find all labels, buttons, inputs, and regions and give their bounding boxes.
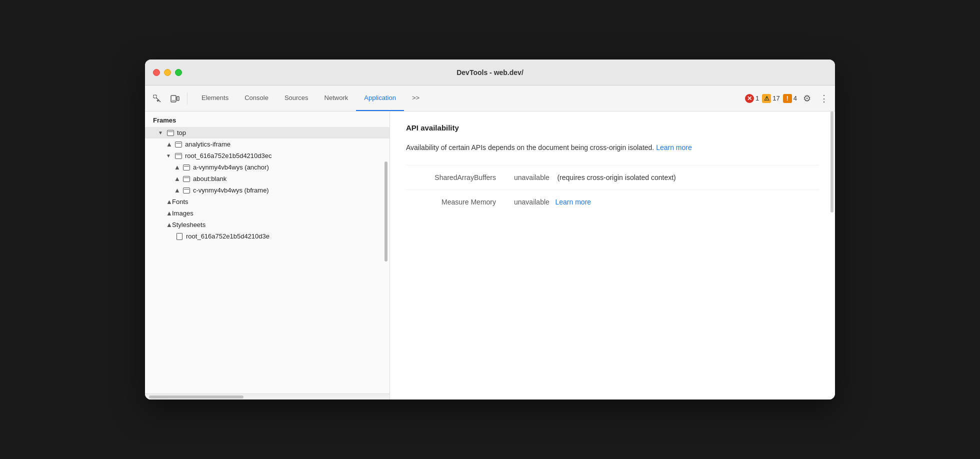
frame-icon-analytics	[174, 141, 183, 148]
arrow-fonts: ▶	[165, 198, 172, 206]
tab-sources[interactable]: Sources	[276, 86, 316, 111]
tree-item-a-anchor[interactable]: ▶ a-vynmy4vb4wys (anchor)	[145, 162, 390, 173]
measure-memory-row: Measure Memory unavailable Learn more	[406, 190, 819, 214]
h-scrollbar-thumb	[149, 396, 244, 398]
device-icon	[170, 94, 180, 103]
inspect-icon	[152, 94, 162, 103]
tree-item-root[interactable]: ▼ root_616a752e1b5d4210d3ec	[145, 150, 390, 162]
tab-more[interactable]: >>	[404, 86, 428, 111]
info-icon: !	[783, 94, 792, 103]
traffic-lights	[153, 69, 182, 76]
shared-array-buffers-note: (requires cross-origin isolated context)	[557, 174, 676, 182]
info-count: 4	[794, 94, 797, 102]
sidebar: Frames ▼ top ▶ analytics-iframe ▼	[145, 112, 390, 400]
tab-list: Elements Console Sources Network Applica…	[194, 86, 428, 111]
measure-memory-status: unavailable	[514, 198, 550, 206]
learn-more-link-2[interactable]: Learn more	[556, 198, 592, 206]
tree-label-images: Images	[172, 210, 194, 217]
tab-network[interactable]: Network	[316, 86, 356, 111]
tree-item-analytics-iframe[interactable]: ▶ analytics-iframe	[145, 138, 390, 150]
arrow-a-anchor: ▶	[173, 164, 180, 171]
content-scrollbar[interactable]	[830, 112, 834, 400]
api-availability-title: API availability	[406, 124, 819, 132]
close-button[interactable]	[153, 69, 160, 76]
warning-icon: ⚠	[762, 94, 771, 103]
toolbar-right: ✕ 1 ⚠ 17 ! 4 ⚙ ⋮	[745, 92, 831, 106]
tree-label-root: root_616a752e1b5d4210d3ec	[185, 152, 272, 160]
inspect-element-button[interactable]	[149, 90, 165, 106]
tree-label-stylesheets: Stylesheets	[172, 221, 206, 228]
learn-more-link-1[interactable]: Learn more	[656, 144, 692, 152]
info-badge[interactable]: ! 4	[783, 94, 797, 103]
sidebar-section-frames: Frames	[145, 112, 390, 127]
toolbar-divider	[187, 92, 188, 104]
frame-icon-about-blank	[182, 176, 191, 182]
api-description: Availability of certain APIs depends on …	[406, 142, 819, 153]
tree-item-fonts[interactable]: ▶ Fonts	[145, 196, 390, 208]
frame-icon-c-bframe	[182, 187, 191, 194]
tree-item-root-bottom[interactable]: root_616a752e1b5d4210d3e	[145, 230, 390, 242]
tab-application[interactable]: Application	[356, 86, 404, 111]
frame-icon-root	[174, 152, 183, 160]
sidebar-vertical-scrollbar-thumb[interactable]	[384, 162, 388, 262]
measure-memory-label: Measure Memory	[406, 198, 506, 206]
svg-rect-2	[171, 96, 176, 102]
arrow-root: ▼	[165, 152, 172, 160]
tree-label-a-anchor: a-vynmy4vb4wys (anchor)	[193, 164, 269, 171]
tree-label-about-blank: about:blank	[193, 175, 226, 182]
tree-item-about-blank[interactable]: ▶ about:blank	[145, 173, 390, 184]
maximize-button[interactable]	[175, 69, 182, 76]
tree-label-root-bottom: root_616a752e1b5d4210d3e	[186, 232, 270, 240]
file-icon-root-bottom	[175, 233, 184, 240]
shared-array-buffers-label: SharedArrayBuffers	[406, 174, 506, 182]
shared-array-buffers-row: SharedArrayBuffers unavailable (requires…	[406, 165, 819, 190]
settings-button[interactable]: ⚙	[800, 92, 814, 106]
api-description-text: Availability of certain APIs depends on …	[406, 144, 654, 152]
arrow-top: ▼	[157, 130, 164, 136]
shared-array-buffers-value: unavailable (requires cross-origin isola…	[514, 174, 676, 182]
tree-item-top[interactable]: ▼ top	[145, 127, 390, 138]
device-toolbar-button[interactable]	[167, 90, 183, 106]
measure-memory-value: unavailable Learn more	[514, 198, 591, 206]
main-area: Frames ▼ top ▶ analytics-iframe ▼	[145, 112, 835, 400]
more-options-button[interactable]: ⋮	[817, 92, 831, 106]
arrow-about-blank: ▶	[173, 176, 180, 182]
arrow-analytics: ▶	[165, 141, 172, 148]
error-icon: ✕	[745, 94, 754, 103]
window-title: DevTools - web.dev/	[456, 68, 524, 76]
tree-item-c-bframe[interactable]: ▶ c-vynmy4vb4wys (bframe)	[145, 184, 390, 196]
tree-item-stylesheets[interactable]: ▶ Stylesheets	[145, 219, 390, 230]
titlebar: DevTools - web.dev/	[145, 60, 835, 86]
warning-count: 17	[772, 94, 780, 102]
tree-label-c-bframe: c-vynmy4vb4wys (bframe)	[193, 186, 269, 194]
tab-elements[interactable]: Elements	[194, 86, 236, 111]
tree-item-images[interactable]: ▶ Images	[145, 208, 390, 219]
error-count: 1	[756, 94, 759, 102]
tab-console[interactable]: Console	[236, 86, 276, 111]
warning-badge[interactable]: ⚠ 17	[762, 94, 780, 103]
svg-rect-3	[177, 96, 179, 100]
sidebar-horizontal-scrollbar[interactable]	[145, 394, 390, 400]
arrow-images: ▶	[165, 210, 172, 217]
content-scrollbar-thumb	[830, 112, 834, 212]
frame-icon-a-anchor	[182, 164, 191, 171]
tree-label-fonts: Fonts	[172, 198, 188, 206]
frame-icon-top	[166, 130, 175, 136]
shared-array-buffers-status: unavailable	[514, 174, 550, 182]
arrow-stylesheets: ▶	[165, 222, 172, 228]
toolbar: Elements Console Sources Network Applica…	[145, 86, 835, 112]
error-badge[interactable]: ✕ 1	[745, 94, 759, 103]
tree-label-top: top	[177, 129, 186, 136]
svg-rect-0	[154, 95, 156, 98]
devtools-window: DevTools - web.dev/ Elements Console Sou…	[145, 60, 835, 400]
tree-label-analytics-iframe: analytics-iframe	[185, 140, 230, 148]
minimize-button[interactable]	[164, 69, 171, 76]
content-panel: API availability Availability of certain…	[390, 112, 835, 400]
arrow-c-bframe: ▶	[173, 187, 180, 194]
